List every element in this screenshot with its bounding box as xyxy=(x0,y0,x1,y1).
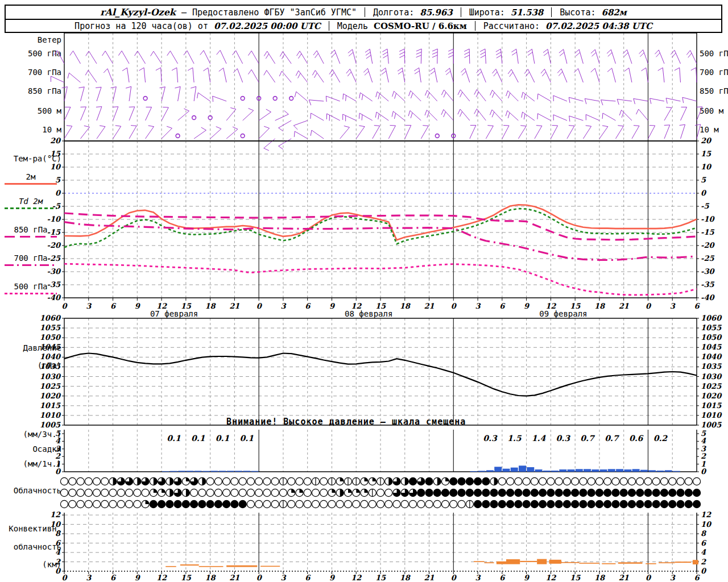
svg-text:18: 18 xyxy=(594,302,606,310)
precip-bar xyxy=(559,469,566,472)
svg-text:6: 6 xyxy=(110,302,117,310)
svg-text:21: 21 xyxy=(229,573,239,582)
svg-text:6: 6 xyxy=(701,539,707,547)
svg-text:1035: 1035 xyxy=(701,362,722,371)
svg-text:8: 8 xyxy=(701,529,707,538)
svg-text:9: 9 xyxy=(524,302,530,310)
svg-text:07 февраля: 07 февраля xyxy=(150,309,198,318)
svg-text:21: 21 xyxy=(619,302,629,310)
wind-level-label-500m-right: 500 м xyxy=(700,107,728,115)
svg-text:20: 20 xyxy=(50,136,61,145)
svg-text:9: 9 xyxy=(329,573,336,582)
svg-text:12: 12 xyxy=(351,573,362,582)
svg-text:6: 6 xyxy=(694,302,700,310)
svg-text:1005: 1005 xyxy=(40,421,61,429)
precip-bar xyxy=(640,470,648,472)
svg-text:2: 2 xyxy=(701,452,706,460)
precip-bar xyxy=(251,471,259,472)
convective-segment xyxy=(497,562,506,564)
svg-text:-10: -10 xyxy=(47,215,61,223)
legend-500: 500 гПа xyxy=(5,282,57,294)
svg-text:1030: 1030 xyxy=(40,372,61,381)
svg-text:-20: -20 xyxy=(701,241,715,250)
latitude-value: 51.538 xyxy=(511,7,543,18)
convective-unit: (км) xyxy=(1,560,61,569)
svg-text:3: 3 xyxy=(86,573,92,582)
header-separator xyxy=(475,21,475,31)
precip-bar xyxy=(219,471,226,472)
precip-bar xyxy=(170,471,177,472)
cloud-row-mid xyxy=(60,489,700,496)
svg-text:1025: 1025 xyxy=(40,382,61,390)
precip-bar xyxy=(648,470,656,472)
altitude-label: Высота: xyxy=(560,7,595,18)
precip-bar xyxy=(478,471,486,472)
precip-bar xyxy=(227,471,234,472)
precip-bar xyxy=(195,471,202,472)
header-dash: — xyxy=(181,7,187,18)
convective-segment xyxy=(506,559,520,564)
svg-text:6: 6 xyxy=(694,573,700,582)
convective-segment xyxy=(474,561,485,562)
precip-bar xyxy=(494,467,502,472)
legend-500-line xyxy=(5,293,57,294)
svg-text:0: 0 xyxy=(55,467,61,476)
svg-text:3: 3 xyxy=(701,444,706,453)
altitude-value: 682м xyxy=(602,7,627,18)
legend-700-line xyxy=(5,264,57,266)
convective-segment xyxy=(484,562,494,563)
precip-bar xyxy=(568,469,575,472)
svg-text:1055: 1055 xyxy=(701,323,722,332)
svg-text:10: 10 xyxy=(701,520,712,529)
pressure-panel-title: Давление xyxy=(1,344,61,352)
temp-series-2 xyxy=(64,213,697,240)
svg-text:-25: -25 xyxy=(701,254,714,263)
convective-title-2: облачность xyxy=(1,543,61,551)
convective-segment xyxy=(180,564,199,566)
svg-text:18: 18 xyxy=(400,573,411,582)
cloud-cover-panel xyxy=(60,477,700,508)
precip-bar xyxy=(673,471,680,472)
convective-segment xyxy=(693,560,698,564)
wind-level-label-500hpa: 500 гПа xyxy=(1,49,61,58)
svg-text:9: 9 xyxy=(135,573,141,582)
header-separator xyxy=(329,21,329,31)
svg-text:1040: 1040 xyxy=(701,352,722,361)
svg-text:1025: 1025 xyxy=(701,382,722,390)
model-label: Модель xyxy=(337,21,368,31)
temp-series-1 xyxy=(64,209,697,247)
svg-text:-30: -30 xyxy=(47,267,61,276)
svg-text:0.1: 0.1 xyxy=(240,434,254,443)
svg-text:12: 12 xyxy=(156,302,167,310)
convective-segment xyxy=(646,563,656,564)
svg-text:10: 10 xyxy=(701,163,712,171)
svg-text:9: 9 xyxy=(135,302,141,310)
longitude-label: Долгота: xyxy=(373,7,414,18)
precipitation-panel: 0011223344550.10.10.10.10.31.51.40.30.70… xyxy=(55,429,707,476)
precip-bar xyxy=(608,469,615,472)
pressure-panel: 1005100510101010101510151020102010251025… xyxy=(40,314,722,429)
wind-level-label-500m: 500 м xyxy=(1,107,61,115)
convective-segment xyxy=(520,561,537,562)
svg-text:6: 6 xyxy=(499,573,506,582)
wind-barb-row-3 xyxy=(64,107,702,131)
svg-text:0: 0 xyxy=(257,302,263,310)
svg-text:3: 3 xyxy=(670,573,676,582)
provider-text: Предоставлено ФГБУ "ЗапСиб УГМС" xyxy=(192,7,357,18)
forecast-start-time: 07.02.2025 00:00 UTC xyxy=(214,21,321,31)
svg-text:0: 0 xyxy=(451,302,457,310)
svg-text:1.5: 1.5 xyxy=(507,434,522,443)
precip-bar xyxy=(576,469,583,472)
legend-700-label: 700 гПа xyxy=(14,253,47,263)
svg-text:12: 12 xyxy=(351,302,362,310)
svg-text:6: 6 xyxy=(110,573,117,582)
svg-text:1020: 1020 xyxy=(701,392,722,400)
convective-title-1: Конвективн. xyxy=(1,525,61,533)
precip-bar xyxy=(519,465,526,472)
legend-td: Td 2м xyxy=(5,197,57,209)
cloud-row-low xyxy=(60,500,700,508)
legend-700: 700 гПа xyxy=(5,253,57,266)
svg-text:1015: 1015 xyxy=(40,401,61,410)
calc-time: 07.02.2025 04:38 UTC xyxy=(545,21,652,31)
temp-panel-title: Тем-ра(°C) xyxy=(1,155,61,163)
